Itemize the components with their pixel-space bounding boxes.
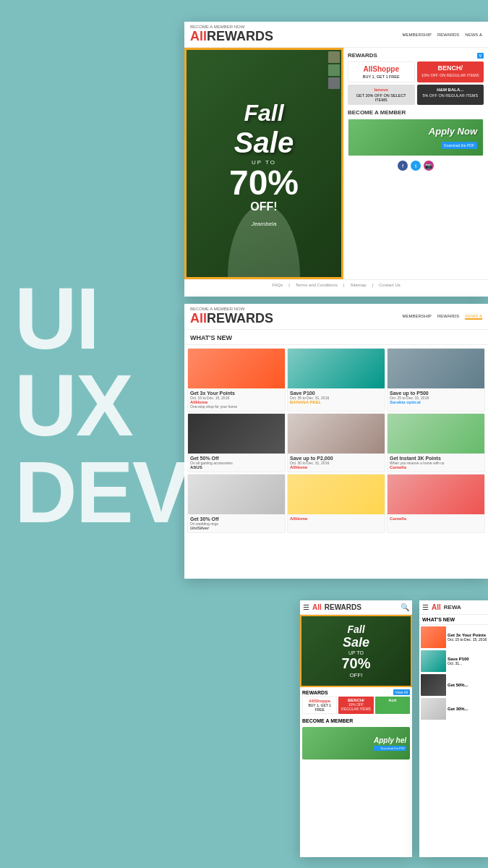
top-panel-content: Fall Sale UP TO 70% OFF! Jeambela REWARD…	[184, 48, 488, 279]
top-panel-header: BECOME A MEMBER NOW All REWARDS MEMBERSH…	[184, 22, 488, 48]
mobile-other-name: Acti	[377, 698, 408, 702]
right-mobile-logo-all: All	[432, 603, 441, 611]
nav-membership[interactable]: MEMBERSHIP	[403, 33, 432, 37]
allshoppe-offer: BUY 1, GET 1 FREE	[351, 75, 411, 79]
thumbnail-1[interactable]	[328, 51, 340, 63]
bench-offer: 10% OFF ON REGULAR ITEMS	[420, 73, 481, 77]
lenovo-offer: GET 20% OFF ON SELECT ITEMS	[351, 93, 412, 102]
allhome-brand-3: AllHome	[290, 516, 382, 521]
banner-percent: 70%	[229, 166, 299, 200]
allhome-brand-2: AllHome	[290, 465, 382, 469]
mobile-other[interactable]: Acti	[375, 697, 410, 714]
nav-news[interactable]: NEWS &	[465, 33, 482, 37]
thumbnail-3[interactable]	[328, 77, 340, 89]
mobile-panel-left: ☰ All REWARDS 🔍 Fall Sale UP TO 70% OFF!…	[300, 600, 412, 857]
mobile-allshoppe[interactable]: AllShoppe BUY 1, GET 1 FREE	[302, 697, 337, 714]
product-allhome-info: Get 3x Your Points Oct. 15 to Dec. 15, 2…	[188, 388, 285, 411]
product-camella2-info: Camella	[388, 514, 484, 523]
product-flipflops-info: Save P100 Oct. 35 to Dec. 31, 2016 BANAN…	[288, 388, 385, 407]
instagram-icon[interactable]: 📷	[424, 161, 434, 171]
middle-logo: All REWARDS	[190, 311, 273, 326]
mobile-search-icon[interactable]: 🔍	[401, 603, 409, 611]
thumbnail-strip	[327, 50, 341, 90]
hamburger-icon[interactable]: ☰	[303, 603, 309, 611]
mobile-download-btn[interactable]: Download the PDF	[374, 746, 406, 751]
product-furniture-offer: Save up to P2,000	[290, 456, 382, 461]
footer-faqs[interactable]: FAQs	[272, 283, 283, 287]
become-member-image: Apply Now Download the PDF	[348, 119, 483, 156]
product-flipflops-img	[288, 349, 385, 388]
right-img-3	[421, 674, 446, 696]
allshoppe-name: AllShoppe	[351, 65, 411, 73]
nav-rewards[interactable]: REWARDS	[437, 33, 459, 37]
bench-name: BENCH/	[420, 64, 481, 72]
product-glasses-info: Save up to P500 Oct. 25 to Dec. 31, 2016…	[388, 388, 484, 407]
product-allhome-img	[188, 349, 285, 388]
footer-terms[interactable]: Terms and Conditions	[296, 283, 338, 287]
hm-offer: 5% OFF ON REGULAR ITEMS	[420, 93, 481, 98]
mobile-become-title: BECOME A MEMBER	[300, 716, 412, 725]
product-flipflops-offer: Save P100	[290, 391, 382, 396]
panel-footer: FAQs | Terms and Conditions | Sitemap | …	[184, 279, 488, 290]
hm-name: H&M BALA...	[420, 88, 481, 92]
right-offer-4: Get 30%...	[448, 707, 468, 711]
product-furniture-info: Save up to P2,000 Oct. 30 to Dec. 31, 20…	[288, 454, 385, 472]
mobile-percent: 70%	[341, 655, 370, 672]
product-glasses-img	[388, 349, 484, 388]
middle-nav: MEMBERSHIP REWARDS NEWS &	[403, 314, 482, 320]
right-offer-3: Get 50%...	[448, 683, 468, 687]
products-grid: Get 3x Your Points Oct. 15 to Dec. 15, 2…	[184, 345, 488, 536]
right-product-4[interactable]: Get 30%...	[421, 698, 488, 720]
camella-brand: Camella	[390, 465, 482, 469]
reward-hm[interactable]: H&M BALA... 5% OFF ON REGULAR ITEMS	[417, 85, 484, 105]
right-product-2[interactable]: Save P100 Oct. 31...	[421, 650, 488, 672]
footer-sitemap[interactable]: Sitemap	[350, 283, 366, 287]
product-glasses[interactable]: Save up to P500 Oct. 25 to Dec. 31, 2016…	[387, 348, 485, 412]
right-product-3[interactable]: Get 50%...	[421, 674, 488, 696]
product-house-offer: Get Instant 3K Points	[390, 456, 482, 461]
right-hamburger-icon[interactable]: ☰	[422, 603, 429, 611]
logo-rewards: REWARDS	[207, 29, 273, 44]
reward-bench[interactable]: BENCH/ 10% OFF ON REGULAR ITEMS	[417, 61, 484, 82]
mobile-view-all[interactable]: View All	[393, 689, 410, 695]
download-pdf-btn[interactable]: Download the PDF	[441, 142, 477, 149]
product-ring-info: Get 30% Off On wedding rings UniSilver	[188, 514, 285, 532]
reward-allshoppe[interactable]: AllShoppe BUY 1, GET 1 FREE	[348, 61, 415, 82]
mobile-logo-rewards: REWARDS	[325, 603, 361, 611]
header-left: BECOME A MEMBER NOW All REWARDS	[190, 25, 273, 44]
rewards-section-title: REWARDS V	[348, 52, 484, 59]
banner-sale: Sale	[234, 127, 294, 159]
facebook-icon[interactable]: f	[398, 161, 408, 171]
right-whats-new: WHAT'S NEW	[419, 615, 488, 625]
middle-nav-membership[interactable]: MEMBERSHIP	[403, 314, 432, 320]
mobile-rewards-section: REWARDS View All AllShoppe BUY 1, GET 1 …	[300, 687, 412, 716]
footer-contact[interactable]: Contact Us	[379, 283, 401, 287]
product-furniture[interactable]: Save up to P2,000 Oct. 30 to Dec. 31, 20…	[287, 413, 385, 472]
ui-text: UI	[0, 275, 202, 362]
mobile-apply-now: Apply hel	[374, 736, 406, 744]
middle-nav-rewards[interactable]: REWARDS	[437, 314, 459, 320]
product-house-img	[388, 414, 484, 454]
product-allhome2[interactable]: AllHome	[287, 474, 385, 533]
product-house[interactable]: Get Instant 3K Points When you reserve a…	[387, 413, 485, 472]
view-all-btn[interactable]: V	[477, 53, 484, 59]
logo: All REWARDS	[190, 29, 273, 44]
whats-new-title: WHAT'S NEW	[184, 330, 488, 345]
product-laptop-offer: Get 50% Off	[190, 456, 283, 461]
product-allhome-offer: Get 3x Your Points	[190, 391, 283, 396]
reward-lenovo[interactable]: lenovo GET 20% OFF ON SELECT ITEMS	[348, 85, 415, 105]
middle-nav-news[interactable]: NEWS &	[465, 314, 482, 320]
mobile-banner: Fall Sale UP TO 70% OFF!	[300, 615, 412, 687]
product-camella2[interactable]: Camella	[387, 474, 485, 533]
right-sidebar: REWARDS V AllShoppe BUY 1, GET 1 FREE BE…	[343, 48, 488, 279]
main-banner: Fall Sale UP TO 70% OFF! Jeambela	[184, 48, 343, 279]
mobile-bench[interactable]: BENCH/ 10% OFF REGULAR ITEMS	[338, 697, 373, 714]
right-info-3: Get 50%...	[448, 683, 468, 687]
apply-now-container: Apply Now Download the PDF	[429, 126, 477, 150]
product-flipflops[interactable]: Save P100 Oct. 35 to Dec. 31, 2016 BANAN…	[287, 348, 385, 412]
thumbnail-2[interactable]	[328, 64, 340, 76]
right-product-1[interactable]: Get 3x Your Points Oct. 15 to Dec. 15, 2…	[421, 626, 488, 648]
banner-overlay: Fall Sale UP TO 70% OFF! Jeambela	[187, 50, 341, 277]
mobile-rewards-grid: AllShoppe BUY 1, GET 1 FREE BENCH/ 10% O…	[302, 697, 410, 714]
twitter-icon[interactable]: t	[411, 161, 421, 171]
